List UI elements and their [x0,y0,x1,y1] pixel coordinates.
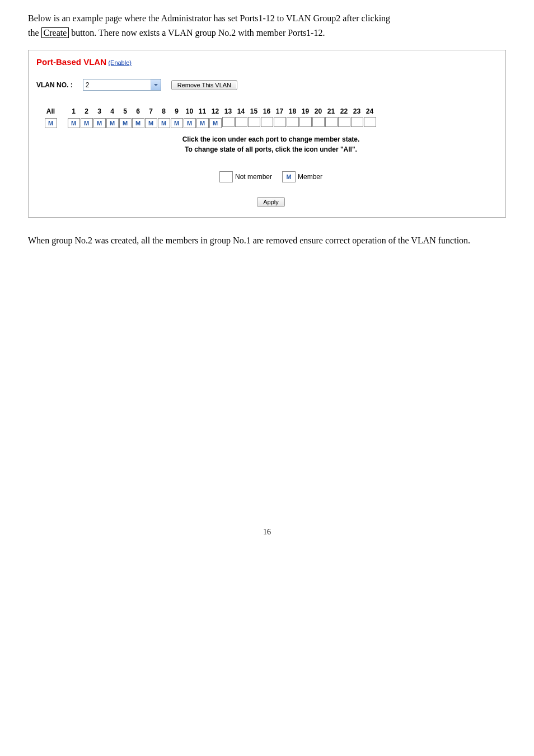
remove-vlan-button[interactable]: Remove This VLAN [171,80,237,90]
enable-link[interactable]: (Enable) [108,59,132,66]
port-header-19: 19 [299,107,312,117]
chevron-down-icon [151,79,161,90]
intro-line2b: button. There now exists a VLAN group No… [69,28,325,37]
port-toggle-6[interactable]: M [132,118,144,128]
ports-area: All1234567891011121314151617181920212223… [44,107,498,207]
port-header-13: 13 [222,107,235,117]
port-header-8: 8 [157,107,170,117]
vlan-no-value: 2 [83,81,151,89]
port-header-6: 6 [132,107,144,117]
port-header-11: 11 [196,107,209,117]
port-header-2: 2 [80,107,93,117]
legend-not-member: Not member [219,171,272,182]
port-header-22: 22 [338,107,350,117]
legend-not-member-label: Not member [235,173,272,181]
port-header-14: 14 [235,107,247,117]
port-toggle-14[interactable] [235,117,247,127]
port-toggle-21[interactable] [325,117,338,127]
port-header-12: 12 [209,107,222,117]
outro-paragraph: When group No.2 was created, all the mem… [28,233,506,248]
port-toggle-3[interactable]: M [93,118,106,128]
port-toggle-5[interactable]: M [119,118,132,128]
hint-text: Click the icon under each port to change… [44,134,498,154]
legend-member-label: Member [298,173,322,181]
panel-title: Port-Based VLAN [36,57,106,67]
port-header-3: 3 [93,107,106,117]
legend-member-box: M [282,171,296,182]
port-toggle-all[interactable]: M [45,118,57,128]
port-header-10: 10 [183,107,196,117]
page-number: 16 [28,528,506,537]
hint-line1: Click the icon under each port to change… [182,135,360,143]
port-toggle-19[interactable] [299,117,312,127]
port-toggle-17[interactable] [274,117,286,127]
port-toggle-20[interactable] [312,117,325,127]
hint-line2: To change state of all ports, click the … [185,145,357,153]
port-header-23: 23 [350,107,363,117]
apply-button[interactable]: Apply [257,197,285,207]
vlan-panel: Port-Based VLAN (Enable) VLAN NO. : 2 Re… [28,50,506,218]
intro-line1: Below is an example page where the Admin… [28,13,390,23]
port-toggle-8[interactable]: M [158,118,170,128]
port-toggle-16[interactable] [261,117,273,127]
port-toggle-22[interactable] [338,117,350,127]
port-toggle-12[interactable]: M [209,118,222,128]
vlan-no-label: VLAN NO. : [36,81,73,89]
intro-line2a: the [28,28,41,37]
port-toggle-24[interactable] [364,117,376,127]
port-toggle-4[interactable]: M [106,118,119,128]
port-toggle-9[interactable]: M [171,118,183,128]
port-toggle-23[interactable] [351,117,363,127]
ports-table: All1234567891011121314151617181920212223… [44,107,376,129]
vlan-select-row: VLAN NO. : 2 Remove This VLAN [36,79,498,91]
port-toggle-13[interactable] [222,117,235,127]
port-header-7: 7 [144,107,157,117]
port-toggle-2[interactable]: M [81,118,93,128]
legend-not-member-box [219,171,233,182]
port-header-24: 24 [363,107,376,117]
port-toggle-15[interactable] [248,117,260,127]
legend-member: M Member [282,171,322,182]
legend: Not member M Member [44,171,498,182]
port-header-4: 4 [106,107,119,117]
port-header-9: 9 [170,107,183,117]
port-toggle-18[interactable] [287,117,299,127]
port-header-18: 18 [286,107,299,117]
intro-paragraph: Below is an example page where the Admin… [28,11,506,40]
port-header-5: 5 [119,107,132,117]
create-boxed: Create [41,27,69,38]
port-header-21: 21 [325,107,338,117]
port-toggle-7[interactable]: M [145,118,157,128]
port-toggle-10[interactable]: M [184,118,196,128]
port-toggle-11[interactable]: M [196,118,209,128]
port-header-1: 1 [67,107,80,117]
port-header-all: All [44,107,67,117]
vlan-no-select[interactable]: 2 [83,79,161,91]
port-toggle-1[interactable]: M [68,118,80,128]
port-header-17: 17 [273,107,286,117]
port-header-16: 16 [260,107,273,117]
port-header-20: 20 [312,107,325,117]
port-header-15: 15 [247,107,260,117]
